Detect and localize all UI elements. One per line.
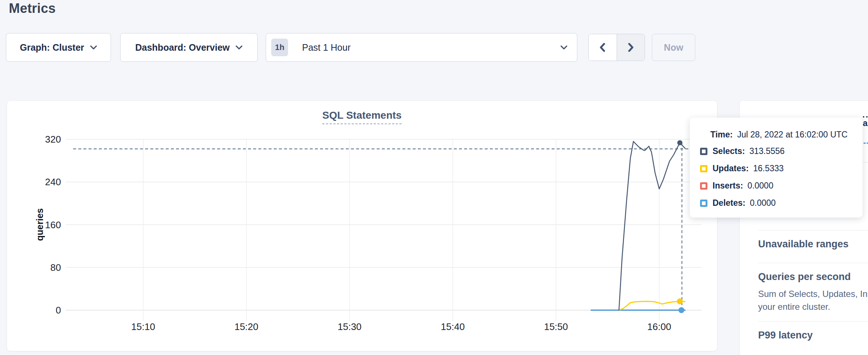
- tooltip-rows: Selects:313.5556Updates:16.5333Inserts:0…: [690, 143, 862, 212]
- chart-tooltip: Time: Jul 28, 2022 at 16:02:00 UTC Selec…: [690, 118, 862, 218]
- x-axis-tick-label: 15:20: [222, 321, 270, 332]
- clipped-text-fragment: a: [863, 116, 868, 128]
- tooltip-series-value: 313.5556: [749, 146, 785, 156]
- x-axis-tick-label: 15:50: [532, 321, 580, 332]
- x-axis-tick-label: 15:30: [326, 321, 373, 332]
- dashboard-dropdown-label: Dashboard: Overview: [135, 42, 230, 53]
- x-axis-tick-label: 15:10: [119, 321, 167, 332]
- tooltip-series-label: Inserts:: [713, 181, 743, 191]
- y-axis-tick-label: 0: [27, 305, 61, 316]
- legend-swatch-icon: [700, 165, 707, 172]
- chevron-down-icon: [236, 45, 243, 50]
- chevron-right-icon: [628, 43, 634, 52]
- graph-dropdown[interactable]: Graph: Cluster: [6, 33, 111, 62]
- x-axis-tick-label: 16:00: [635, 321, 683, 332]
- sql-statements-chart[interactable]: [7, 101, 718, 352]
- sql-statements-card: SQL Statements queries 08016024032015:10…: [7, 100, 717, 351]
- sidebar-divider: [758, 321, 868, 322]
- chevron-down-icon: [560, 45, 567, 50]
- now-button[interactable]: Now: [652, 34, 695, 61]
- tooltip-series-value: 0.0000: [750, 198, 775, 208]
- time-range-badge: 1h: [271, 39, 288, 56]
- dashboard-dropdown[interactable]: Dashboard: Overview: [120, 33, 258, 62]
- tooltip-series-label: Selects:: [713, 146, 745, 156]
- tooltip-time-value: Jul 28, 2022 at 16:02:00 UTC: [737, 130, 847, 140]
- tooltip-series-row: Inserts:0.0000: [690, 177, 862, 194]
- previous-window-button[interactable]: [589, 34, 617, 61]
- sidebar-section-title: P99 latency: [758, 330, 868, 341]
- y-axis-tick-label: 320: [27, 134, 61, 145]
- tooltip-series-row: Selects:313.5556: [690, 143, 862, 160]
- page-title: Metrics: [9, 1, 55, 16]
- tooltip-series-row: Updates:16.5333: [690, 160, 862, 177]
- tooltip-series-label: Deletes:: [713, 198, 745, 208]
- graph-dropdown-label: Graph: Cluster: [20, 42, 84, 53]
- tooltip-series-label: Updates:: [713, 164, 749, 173]
- tooltip-series-value: 16.5333: [753, 164, 783, 173]
- legend-swatch-icon: [700, 182, 707, 190]
- y-axis-tick-label: 80: [27, 262, 61, 273]
- tooltip-time-row: Time: Jul 28, 2022 at 16:02:00 UTC: [690, 127, 862, 142]
- clipped-dashed-fragment: [864, 143, 868, 144]
- legend-swatch-icon: [700, 200, 707, 207]
- sidebar-section-title: Queries per second: [758, 271, 868, 282]
- y-axis-tick-label: 160: [27, 219, 61, 230]
- tooltip-time-label: Time:: [710, 130, 733, 140]
- y-axis-tick-label: 240: [27, 176, 61, 187]
- next-window-button[interactable]: [617, 34, 645, 61]
- sidebar-description-line: Sum of Selects, Updates, Inserts and: [758, 287, 868, 300]
- tooltip-series-value: 0.0000: [747, 181, 773, 191]
- sidebar-divider: [758, 263, 868, 263]
- metrics-page: Metrics Graph: Cluster Dashboard: Overvi…: [0, 0, 868, 355]
- tooltip-series-row: Deletes:0.0000: [690, 194, 862, 212]
- chevron-down-icon: [90, 45, 97, 50]
- chevron-left-icon: [600, 43, 605, 52]
- clipped-divider-fragment: [863, 162, 868, 162]
- sidebar-section-title: Unavailable ranges: [758, 239, 868, 250]
- time-window-pager: [588, 34, 645, 61]
- sidebar-description-line: your entire cluster.: [758, 300, 868, 313]
- time-range-selector[interactable]: 1h Past 1 Hour: [266, 33, 577, 62]
- legend-swatch-icon: [700, 148, 707, 155]
- sidebar-divider: [758, 230, 868, 230]
- time-range-label: Past 1 Hour: [302, 42, 555, 53]
- sidebar-section-description: Sum of Selects, Updates, Inserts andyour…: [758, 287, 868, 313]
- x-axis-tick-label: 15:40: [429, 321, 477, 332]
